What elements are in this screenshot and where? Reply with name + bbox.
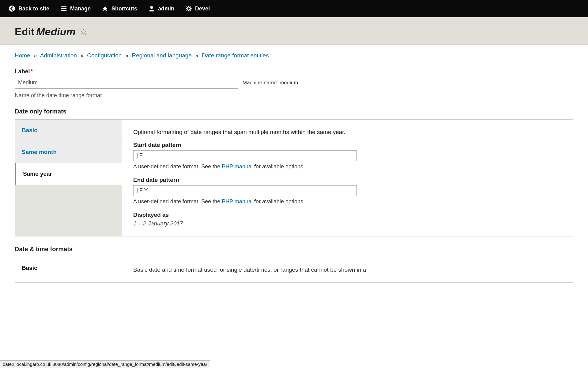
tab-content-same-year: Optional formatting of date ranges that … (122, 120, 573, 236)
back-arrow-icon (9, 5, 15, 12)
breadcrumb-sep: » (80, 52, 84, 59)
vtabs-filler (15, 185, 122, 236)
svg-rect-2 (61, 8, 66, 9)
start-pattern-help: A user-defined date format. See the PHP … (133, 163, 562, 170)
page-title: Edit Medium (15, 26, 573, 38)
content-region: Home » Administration » Configuration » … (0, 45, 588, 290)
svg-rect-1 (61, 6, 66, 7)
svg-rect-3 (61, 10, 66, 11)
breadcrumb-admin[interactable]: Administration (40, 52, 77, 59)
label-input[interactable] (15, 77, 238, 89)
label-field-label: Label* (15, 68, 573, 75)
required-indicator: * (31, 68, 33, 75)
page-title-bar: Edit Medium (0, 17, 588, 45)
tab-same-month[interactable]: Same month (15, 141, 122, 163)
breadcrumb-sep: » (34, 52, 37, 59)
breadcrumb-sep: » (125, 52, 129, 59)
date-time-heading: Date & time formats (15, 246, 573, 253)
admin-user-link[interactable]: admin (143, 5, 180, 12)
vtabs-nav: Basic Same month Same year (15, 120, 122, 236)
back-to-site-label: Back to site (18, 6, 49, 12)
devel-label: Devel (195, 6, 210, 12)
vtabs2-nav: Basic (15, 257, 122, 282)
label-help-text: Name of the date time range format. (15, 92, 573, 99)
manage-label: Manage (70, 6, 91, 12)
back-to-site-link[interactable]: Back to site (3, 5, 55, 12)
devel-link[interactable]: Devel (180, 5, 215, 12)
displayed-as-value: 1 – 2 January 2017 (133, 220, 562, 227)
svg-point-0 (9, 6, 15, 12)
start-pattern-input[interactable] (133, 150, 357, 161)
breadcrumb: Home » Administration » Configuration » … (15, 52, 573, 59)
breadcrumb-config[interactable]: Configuration (87, 52, 122, 59)
star-icon (102, 5, 108, 12)
gear-icon (185, 5, 192, 12)
tab2-basic[interactable]: Basic (15, 257, 122, 279)
php-manual-link[interactable]: PHP manual (222, 163, 253, 170)
manage-link[interactable]: Manage (55, 5, 96, 12)
hamburger-icon (60, 5, 67, 12)
user-icon (148, 5, 155, 12)
php-manual-link[interactable]: PHP manual (222, 198, 253, 205)
breadcrumb-sep: » (195, 52, 198, 59)
shortcuts-label: Shortcuts (111, 6, 137, 12)
machine-name-text: Machine name: medium (243, 80, 298, 86)
date-only-vertical-tabs: Basic Same month Same year Optional form… (15, 119, 573, 236)
admin-toolbar: Back to site Manage Shortcuts admin Deve… (0, 0, 588, 17)
end-pattern-help: A user-defined date format. See the PHP … (133, 198, 562, 205)
displayed-as-label: Displayed as (133, 212, 562, 218)
tab-intro-text: Optional formatting of date ranges that … (133, 129, 562, 136)
breadcrumb-regional[interactable]: Regional and language (132, 52, 191, 59)
breadcrumb-home[interactable]: Home (15, 52, 30, 59)
page-title-name: Medium (36, 26, 75, 38)
admin-user-label: admin (158, 6, 174, 12)
tab-same-year[interactable]: Same year (15, 163, 122, 185)
shortcuts-link[interactable]: Shortcuts (96, 5, 143, 12)
breadcrumb-date-formats[interactable]: Date range format entities (202, 52, 269, 59)
date-only-heading: Date only formats (15, 108, 573, 115)
start-pattern-label: Start date pattern (133, 142, 562, 148)
svg-point-4 (150, 6, 153, 9)
tab-basic[interactable]: Basic (15, 120, 122, 141)
shortcut-star-icon[interactable] (80, 28, 87, 36)
end-pattern-input[interactable] (133, 185, 357, 196)
page-title-prefix: Edit (15, 26, 34, 38)
end-pattern-label: End date pattern (133, 177, 562, 183)
date-time-vertical-tabs: Basic Basic date and time format used fo… (15, 257, 573, 283)
tab2-content: Basic date and time format used for sing… (122, 257, 573, 282)
